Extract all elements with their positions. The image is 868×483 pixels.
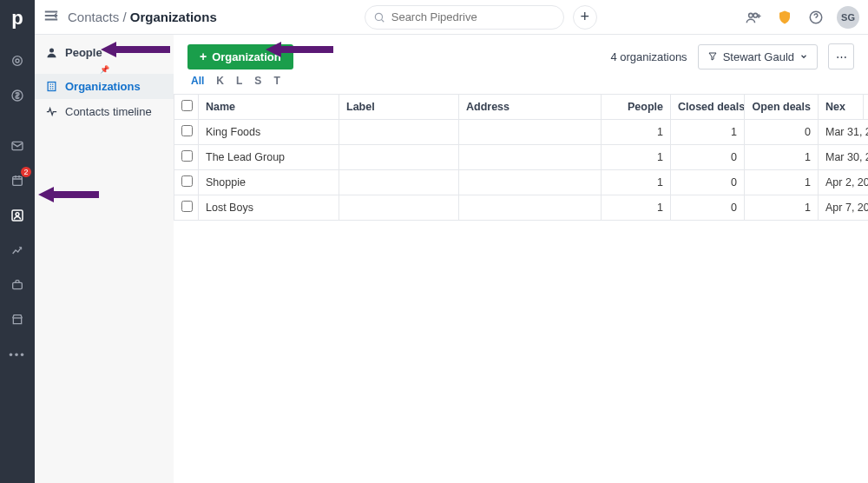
help-button[interactable] [806, 7, 826, 28]
row-checkbox[interactable] [181, 125, 193, 136]
pin-icon: 📌 [95, 65, 113, 74]
cell-next: Apr 7, 20 [819, 195, 869, 221]
sidebar-item-timeline[interactable]: Contacts timeline [35, 99, 174, 124]
cell-name[interactable]: King Foods [199, 120, 339, 145]
row-checkbox[interactable] [181, 201, 193, 212]
sidebar-item-label: People [65, 46, 102, 59]
nav-products[interactable] [0, 268, 35, 302]
header-right: SG [743, 6, 859, 29]
invite-users-button[interactable] [743, 7, 764, 28]
cell-people: 1 [602, 195, 671, 221]
cell-address [459, 170, 602, 195]
breadcrumb-root[interactable]: Contacts [68, 10, 119, 24]
global-add-button[interactable]: + [573, 5, 597, 30]
cell-closed: 0 [671, 195, 745, 221]
cell-closed: 0 [671, 170, 745, 195]
col-people[interactable]: People [602, 95, 671, 120]
help-icon [808, 10, 824, 25]
svg-point-1 [16, 59, 19, 63]
add-organization-button[interactable]: + Organization [187, 44, 293, 69]
cell-name[interactable]: Lost Boys [199, 195, 339, 221]
person-icon [45, 46, 58, 59]
chevron-down-icon [799, 52, 808, 61]
nav-contacts[interactable] [0, 198, 35, 233]
alpha-filter: All K L S T [174, 75, 868, 94]
col-next-activity[interactable]: Nex [819, 95, 864, 120]
more-actions-button[interactable]: ⋯ [828, 43, 854, 69]
cell-name[interactable]: The Lead Group [199, 145, 339, 170]
search-input[interactable] [365, 5, 564, 30]
shield-icon [777, 10, 792, 25]
nav-activities[interactable]: 2 [0, 163, 35, 198]
user-avatar[interactable]: SG [837, 6, 859, 29]
ellipsis-icon: ⋯ [836, 50, 847, 63]
coin-icon [10, 89, 24, 103]
nav-focus[interactable] [0, 43, 35, 78]
cell-name[interactable]: Shoppie [199, 170, 339, 195]
svg-point-0 [13, 56, 23, 66]
alpha-filter-k[interactable]: K [216, 75, 224, 87]
nav-deals[interactable] [0, 78, 35, 113]
organizations-table: Name Label Address People Closed deals O… [174, 94, 868, 221]
owner-filter-label: Stewart Gauld [723, 50, 794, 63]
cell-people: 1 [602, 120, 671, 145]
alpha-filter-t[interactable]: T [273, 75, 279, 87]
cell-closed: 1 [671, 120, 745, 145]
heartbeat-icon [45, 105, 58, 118]
table-row[interactable]: The Lead Group101Mar 30, 2 [174, 145, 869, 170]
cell-label [339, 170, 459, 195]
add-button-label: Organization [212, 50, 280, 63]
cell-open: 1 [745, 170, 819, 195]
col-label[interactable]: Label [339, 95, 459, 120]
cell-next: Apr 2, 20 [819, 170, 869, 195]
alpha-filter-l[interactable]: L [236, 75, 242, 87]
cell-people: 1 [602, 145, 671, 170]
table-row[interactable]: Lost Boys101Apr 7, 20 [174, 195, 869, 221]
logo-pipedrive[interactable]: p [11, 7, 23, 30]
contacts-icon [10, 208, 25, 223]
alpha-filter-all[interactable]: All [191, 75, 204, 87]
breadcrumb-separator: / [122, 10, 129, 24]
cell-label [339, 145, 459, 170]
svg-rect-4 [13, 176, 23, 185]
cell-closed: 0 [671, 145, 745, 170]
col-address[interactable]: Address [459, 95, 602, 120]
ellipsis-icon: ••• [9, 348, 26, 361]
owner-filter-dropdown[interactable]: Stewart Gauld [698, 44, 818, 69]
cell-label [339, 195, 459, 221]
col-open-deals[interactable]: Open deals [745, 95, 819, 120]
cell-people: 1 [602, 170, 671, 195]
row-checkbox[interactable] [181, 175, 193, 187]
row-select [174, 170, 199, 195]
col-name[interactable]: Name [199, 95, 339, 120]
col-closed-deals[interactable]: Closed deals [671, 95, 745, 120]
collapse-sidebar-button[interactable] [43, 10, 59, 24]
nav-mail[interactable] [0, 129, 35, 163]
cell-address [459, 195, 602, 221]
row-select [174, 145, 199, 170]
funnel-icon [707, 51, 718, 62]
sidebar-item-organizations[interactable]: Organizations [35, 74, 174, 99]
nav-more[interactable]: ••• [0, 337, 35, 372]
table-row[interactable]: King Foods110Mar 31, 2 [174, 120, 869, 145]
main-content: + Organization 4 organizations Stewart G… [174, 35, 868, 483]
plus-icon: + [580, 8, 589, 26]
alpha-filter-s[interactable]: S [254, 75, 261, 87]
sidebar-item-people[interactable]: People [35, 40, 174, 65]
setup-assist-button[interactable] [774, 7, 795, 28]
badge-activities: 2 [21, 167, 31, 177]
svg-point-12 [49, 49, 54, 53]
table-row[interactable]: Shoppie101Apr 2, 20 [174, 170, 869, 195]
plus-icon: + [200, 50, 207, 63]
select-all-checkbox[interactable] [181, 100, 193, 111]
nav-marketplace[interactable] [0, 302, 35, 337]
col-select-all [174, 95, 199, 120]
sidebar-item-label: Organizations [65, 80, 141, 93]
row-checkbox[interactable] [181, 150, 193, 162]
search-icon [373, 11, 385, 23]
nav-insights[interactable] [0, 233, 35, 268]
svg-point-9 [749, 13, 753, 17]
cell-open: 1 [745, 195, 819, 221]
col-settings[interactable] [864, 95, 869, 120]
svg-rect-13 [48, 83, 56, 91]
